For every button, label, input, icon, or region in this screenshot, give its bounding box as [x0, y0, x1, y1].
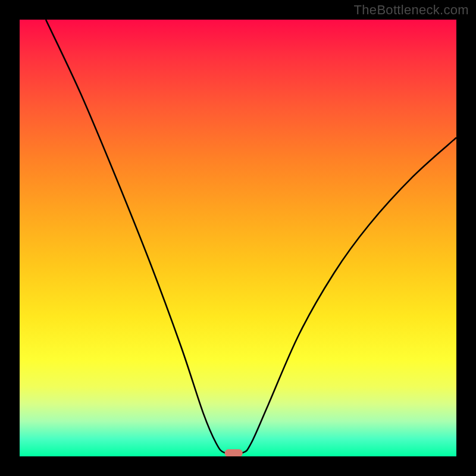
chart-svg — [20, 20, 456, 456]
optimal-point-marker — [225, 449, 243, 456]
bottleneck-curve-path — [46, 20, 456, 454]
frame-left — [0, 0, 20, 476]
plot-area — [20, 20, 456, 456]
frame-bottom — [0, 456, 476, 476]
watermark-text: TheBottleneck.com — [354, 2, 469, 18]
frame-right — [456, 0, 476, 476]
